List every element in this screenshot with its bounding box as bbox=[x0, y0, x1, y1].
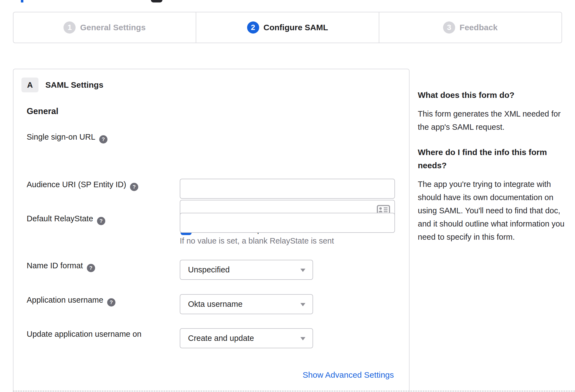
step-general-settings[interactable]: 1 General Settings bbox=[13, 12, 196, 43]
name-id-format-label-text: Name ID format bbox=[27, 261, 83, 270]
wizard-stepper: 1 General Settings 2 Configure SAML 3 Fe… bbox=[13, 12, 562, 43]
sidebar-paragraph-1: This form generates the XML needed for t… bbox=[418, 107, 565, 134]
section-divider-dashed bbox=[13, 391, 575, 391]
step-2-badge: 2 bbox=[247, 21, 259, 34]
show-advanced-settings-link[interactable]: Show Advanced Settings bbox=[303, 370, 394, 380]
configure-saml-page: 1 General Settings 2 Configure SAML 3 Fe… bbox=[0, 0, 575, 392]
relaystate-input-wrap bbox=[180, 213, 395, 233]
update-username-label: Update application username on bbox=[27, 330, 142, 339]
app-username-label-text: Application username bbox=[27, 296, 103, 304]
general-section-title: General bbox=[27, 106, 58, 116]
cutoff-active-tab-underline-fragment bbox=[21, 0, 23, 2]
audience-uri-input[interactable] bbox=[180, 179, 395, 199]
help-icon[interactable]: ? bbox=[87, 264, 95, 272]
dropdown-arrow-icon bbox=[300, 303, 305, 306]
audience-uri-input-wrap bbox=[180, 179, 395, 199]
relaystate-input[interactable] bbox=[180, 213, 395, 233]
help-icon[interactable]: ? bbox=[107, 298, 115, 307]
audience-uri-label: Audience URI (SP Entity ID)? bbox=[27, 180, 138, 190]
dropdown-arrow-icon bbox=[300, 337, 305, 340]
step-3-label: Feedback bbox=[460, 23, 497, 32]
update-username-value: Create and update bbox=[188, 334, 254, 343]
step-1-label: General Settings bbox=[80, 23, 145, 32]
relaystate-label-text: Default RelayState bbox=[27, 214, 93, 223]
audience-uri-label-text: Audience URI (SP Entity ID) bbox=[27, 180, 126, 189]
name-id-format-value: Unspecified bbox=[188, 265, 230, 274]
step-configure-saml[interactable]: 2 Configure SAML bbox=[196, 12, 378, 43]
app-username-select[interactable]: Okta username bbox=[180, 294, 313, 314]
relaystate-helper-text: If no value is set, a blank RelayState i… bbox=[180, 236, 334, 245]
app-username-value: Okta username bbox=[188, 300, 242, 309]
help-icon[interactable]: ? bbox=[97, 217, 105, 225]
sidebar-heading-1: What does this form do? bbox=[418, 89, 565, 102]
panel-title: SAML Settings bbox=[45, 78, 103, 92]
update-username-select[interactable]: Create and update bbox=[180, 328, 313, 348]
sso-url-label: Single sign-on URL? bbox=[27, 132, 107, 142]
help-icon[interactable]: ? bbox=[130, 183, 138, 191]
dropdown-arrow-icon bbox=[300, 269, 305, 272]
step-feedback[interactable]: 3 Feedback bbox=[379, 12, 562, 43]
name-id-format-select[interactable]: Unspecified bbox=[180, 260, 313, 280]
relaystate-label: Default RelayState? bbox=[27, 214, 105, 224]
step-2-label: Configure SAML bbox=[264, 23, 328, 32]
step-3-badge: 3 bbox=[443, 21, 455, 34]
update-username-label-text: Update application username on bbox=[27, 330, 142, 338]
step-1-badge: 1 bbox=[63, 21, 76, 34]
saml-settings-panel: A SAML Settings General Single sign-on U… bbox=[13, 69, 410, 392]
help-icon[interactable]: ? bbox=[99, 135, 107, 143]
help-sidebar: What does this form do? This form genera… bbox=[418, 89, 565, 256]
sidebar-paragraph-2: The app you're trying to integrate with … bbox=[418, 178, 565, 244]
section-a-badge: A bbox=[21, 78, 38, 92]
name-id-format-label: Name ID format? bbox=[27, 261, 95, 271]
cutoff-dark-element-fragment bbox=[151, 0, 162, 2]
sidebar-heading-2: Where do I find the info this form needs… bbox=[418, 146, 565, 172]
app-username-label: Application username? bbox=[27, 296, 115, 305]
sso-url-label-text: Single sign-on URL bbox=[27, 132, 95, 141]
